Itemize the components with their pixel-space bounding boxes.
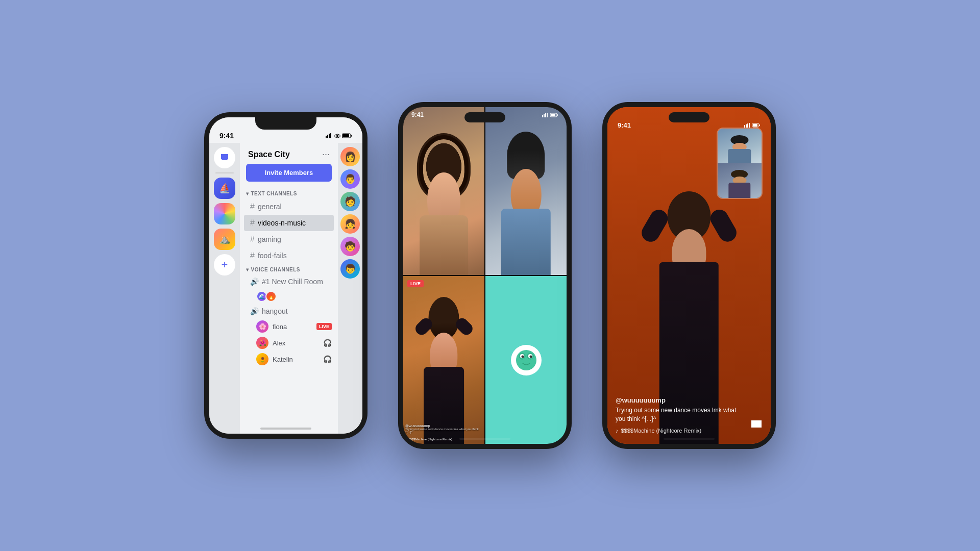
video-text-3: Trying out some new dance moves lmk what… [405,428,482,434]
text-channels-header: TEXT CHANNELS [240,188,338,198]
phone3-caption: Trying out some new dance moves lmk what… [616,406,740,423]
svg-rect-1 [327,135,328,138]
svg-rect-14 [544,114,545,117]
hash-icon: # [250,202,255,211]
svg-rect-16 [547,113,548,117]
svg-rect-7 [342,134,349,137]
phone3-music: ♪ $$$$Machine (Nightcore Remix) [616,428,740,434]
phone-video-call: 9:41 [398,102,572,449]
hash-icon: # [250,218,255,228]
svg-rect-33 [753,124,757,127]
svg-rect-9 [223,157,225,158]
server-sidebar: ⛵ ⛰️ + [209,143,240,434]
phone3-chat-icon[interactable] [750,418,763,434]
svg-rect-0 [326,136,327,138]
pip-overlay [717,128,763,199]
voice-channel-name-hangout: hangout [262,307,288,315]
svg-point-26 [529,355,532,358]
right-member-avatars: 👩 👨 🧑 👧 🧒 👦 [338,143,362,434]
svg-rect-13 [542,115,543,117]
status-icons [326,133,352,138]
phone-discord: 9:41 ⛵ [204,112,368,439]
phone3-bottom-info: @wuuuuuuump Trying out some new dance mo… [616,396,740,434]
katelin-avatar: 🌻 [256,353,268,365]
chill-room-members: 🌊 🔥 [240,289,338,304]
phone2-status-icons [542,111,558,118]
channel-name-gaming: gaming [258,235,281,243]
svg-point-4 [336,135,338,137]
voice-channels-header: VOICE CHANNELS [240,264,338,274]
server-icon-add[interactable]: + [214,254,235,276]
phone3-music-text: $$$$Machine (Nightcore Remix) [621,428,702,434]
video-caption-3: @wussaaaamp Trying out some new dance mo… [405,424,482,434]
phone3-home-indicator [664,438,715,440]
voice-channel-hangout[interactable]: 🔊 hangout [244,304,334,318]
channel-name-food-fails: food-fails [258,252,287,260]
right-av-2: 👨 [340,169,360,189]
svg-rect-6 [351,135,352,137]
svg-rect-19 [551,114,555,116]
svg-rect-15 [545,113,546,117]
channel-name-videos-n-music: videos-n-music [258,219,306,227]
hash-icon: # [250,251,255,260]
frog-avatar [511,345,542,375]
channel-name-general: general [258,203,282,211]
fiona-name: fiona [273,323,312,331]
home-indicator [260,428,311,430]
pip-top-cell [718,129,762,163]
invite-members-button[interactable]: Invite Members [246,164,332,182]
pip-bottom-cell [718,163,762,198]
status-time: 9:41 [219,132,234,140]
video-username-3: @wussaaaamp [405,424,482,428]
svg-rect-3 [330,133,331,138]
channel-item-food-fails[interactable]: # food-fails [244,247,334,264]
server-icon-rainbow[interactable] [214,203,235,224]
channel-list: Space City ··· Invite Members TEXT CHANN… [240,143,338,434]
video-cell-2 [485,107,567,275]
channel-item-general[interactable]: # general [244,198,334,215]
video-cell-4 [485,276,567,444]
music-text-3: $$$$Machine (Nightcore Remix) [408,438,452,441]
phone3-username: @wuuuuuuump [616,396,740,404]
katelin-name: Katelin [273,356,319,363]
right-av-4: 👧 [340,214,360,234]
phone-notch [255,117,316,130]
server-name: Space City [248,150,290,159]
katelin-headset-icon: 🎧 [323,355,332,363]
live-tag: LIVE [407,280,424,287]
right-av-6: 👦 [340,259,360,279]
server-icon-sailing[interactable]: ⛵ [214,178,235,199]
svg-rect-28 [746,124,747,128]
alex-avatar: 🌺 [256,337,268,349]
voice-member-katelin: 🌻 Katelin 🎧 [240,351,338,367]
svg-rect-2 [329,134,330,138]
fiona-avatar: 🌸 [256,320,268,333]
voice-member-alex: 🌺 Alex 🎧 [240,335,338,351]
chill-member-2: 🔥 [265,291,277,302]
server-icon-peak[interactable]: ⛰️ [214,229,235,250]
svg-point-20 [516,350,536,370]
alex-headset-icon: 🎧 [323,339,332,347]
voice-member-fiona: 🌸 fiona LIVE [240,318,338,335]
channel-item-videos-n-music[interactable]: # videos-n-music [244,215,334,231]
server-icon-message[interactable] [214,147,235,168]
phone3-notch [669,112,709,122]
svg-rect-18 [557,114,558,116]
channel-header: Space City ··· [240,143,338,164]
voice-channel-chill-room[interactable]: 🔊 #1 New Chill Room [244,274,334,289]
phone2-home-indicator [459,438,510,440]
fiona-live-badge: LIVE [316,323,332,330]
hash-icon: # [250,235,255,244]
channel-item-gaming[interactable]: # gaming [244,231,334,247]
speaker-icon-2: 🔊 [250,307,259,315]
svg-point-25 [521,355,524,358]
phone-live-stream: 9:41 [602,102,776,449]
music-note-icon: ♪ [616,428,619,434]
speaker-icon: 🔊 [250,278,259,286]
right-av-1: 👩 [340,147,360,166]
phone3-content: 9:41 [607,107,771,444]
svg-rect-8 [223,156,227,157]
more-options-icon[interactable]: ··· [322,149,330,160]
svg-rect-29 [747,123,748,128]
svg-rect-27 [744,125,745,128]
